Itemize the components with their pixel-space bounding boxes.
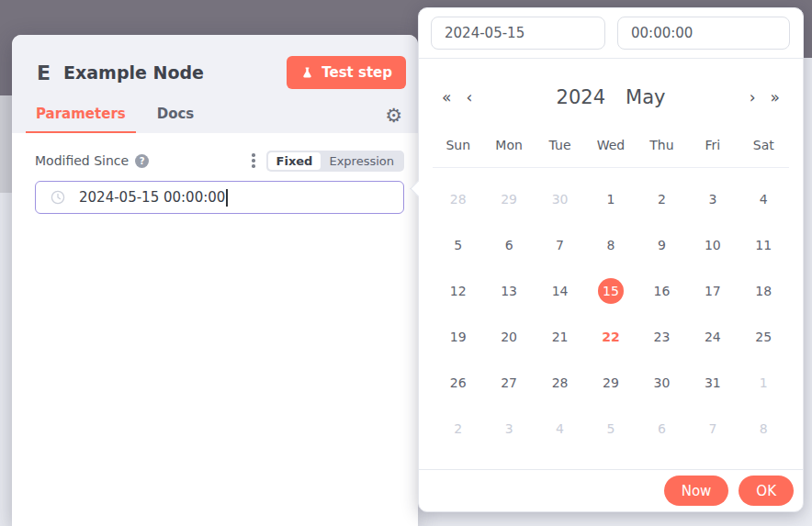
day-number: 2 — [445, 416, 471, 442]
month-label[interactable]: May — [626, 86, 665, 108]
day-cell[interactable]: 12 — [433, 268, 483, 314]
now-button[interactable]: Now — [664, 476, 729, 506]
node-panel-body: Modified Since ? Fixed Expression 2024-0… — [12, 133, 418, 214]
weekday-label: Tue — [535, 138, 585, 152]
day-number: 10 — [700, 232, 726, 258]
day-number: 15 — [598, 278, 624, 304]
day-number: 4 — [750, 186, 776, 212]
day-number: 30 — [648, 370, 674, 396]
prev-year-button[interactable]: « — [442, 88, 451, 106]
test-step-button[interactable]: Test step — [287, 56, 406, 89]
day-cell[interactable]: 6 — [637, 406, 687, 452]
day-cell[interactable]: 1 — [585, 176, 636, 222]
tab-parameters[interactable]: Parameters — [26, 106, 136, 133]
day-number: 8 — [750, 416, 776, 442]
test-step-label: Test step — [321, 64, 392, 81]
ok-button[interactable]: OK — [739, 476, 794, 506]
day-cell[interactable]: 31 — [687, 360, 738, 406]
day-number: 12 — [445, 278, 471, 304]
day-cell[interactable]: 22 — [585, 314, 636, 360]
day-number: 6 — [496, 232, 522, 258]
day-cell[interactable]: 19 — [433, 314, 483, 360]
day-cell[interactable]: 27 — [483, 360, 534, 406]
day-cell[interactable]: 24 — [687, 314, 738, 360]
day-number: 11 — [750, 232, 776, 258]
tab-docs[interactable]: Docs — [147, 106, 205, 133]
day-cell[interactable]: 8 — [739, 406, 789, 452]
day-cell[interactable]: 28 — [535, 360, 585, 406]
mode-expression-option[interactable]: Expression — [321, 152, 402, 170]
day-cell[interactable]: 6 — [483, 222, 534, 268]
day-number: 25 — [750, 324, 776, 350]
day-number: 17 — [700, 278, 726, 304]
help-icon[interactable]: ? — [135, 154, 149, 168]
canvas-left-band-light — [0, 95, 13, 193]
day-cell[interactable]: 3 — [483, 406, 534, 452]
day-cell[interactable]: 10 — [687, 222, 738, 268]
day-cell[interactable]: 28 — [433, 176, 483, 222]
day-cell[interactable]: 16 — [637, 268, 687, 314]
day-cell[interactable]: 20 — [483, 314, 534, 360]
picker-input-row — [419, 8, 803, 59]
mode-fixed-option[interactable]: Fixed — [268, 152, 321, 170]
day-number: 21 — [547, 324, 573, 350]
day-cell[interactable]: 1 — [739, 360, 789, 406]
clock-icon — [51, 190, 65, 205]
day-number: 29 — [598, 370, 624, 396]
kebab-menu-icon[interactable] — [248, 150, 266, 172]
day-cell[interactable]: 30 — [637, 360, 687, 406]
weekday-label: Thu — [637, 138, 687, 152]
datetime-input[interactable]: 2024-05-15 00:00:00 — [35, 181, 404, 214]
day-cell[interactable]: 26 — [433, 360, 483, 406]
day-number: 18 — [750, 278, 776, 304]
day-cell[interactable]: 23 — [637, 314, 687, 360]
day-number: 14 — [547, 278, 573, 304]
day-cell[interactable]: 29 — [483, 176, 534, 222]
picker-date-input[interactable] — [431, 17, 605, 50]
day-number: 1 — [598, 186, 624, 212]
day-number: 28 — [445, 186, 471, 212]
node-title: Example Node — [63, 62, 287, 83]
weekday-label: Wed — [585, 138, 636, 152]
day-cell[interactable]: 30 — [535, 176, 585, 222]
picker-footer: Now OK — [419, 469, 803, 511]
day-cell[interactable]: 3 — [687, 176, 738, 222]
day-number: 8 — [598, 232, 624, 258]
next-year-button[interactable]: » — [771, 88, 780, 106]
prev-month-button[interactable]: ‹ — [466, 88, 472, 106]
day-cell[interactable]: 11 — [739, 222, 789, 268]
day-cell[interactable]: 13 — [483, 268, 534, 314]
day-cell[interactable]: 21 — [535, 314, 585, 360]
day-cell[interactable]: 18 — [739, 268, 789, 314]
day-number: 1 — [750, 370, 776, 396]
weekday-row: SunMonTueWedThuFriSat — [433, 138, 789, 168]
day-number: 6 — [648, 416, 674, 442]
day-cell[interactable]: 2 — [433, 406, 483, 452]
day-number: 13 — [496, 278, 522, 304]
day-cell[interactable]: 5 — [585, 406, 636, 452]
day-cell[interactable]: 25 — [739, 314, 789, 360]
day-cell[interactable]: 9 — [637, 222, 687, 268]
day-cell[interactable]: 15 — [585, 268, 636, 314]
flask-icon — [300, 66, 314, 80]
day-number: 5 — [598, 416, 624, 442]
day-cell[interactable]: 8 — [585, 222, 636, 268]
day-cell[interactable]: 4 — [535, 406, 585, 452]
day-cell[interactable]: 17 — [687, 268, 738, 314]
day-cell[interactable]: 2 — [637, 176, 687, 222]
day-cell[interactable]: 14 — [535, 268, 585, 314]
day-cell[interactable]: 29 — [585, 360, 636, 406]
day-cell[interactable]: 4 — [739, 176, 789, 222]
datetime-input-value: 2024-05-15 00:00:00 — [79, 189, 225, 206]
weekday-label: Sat — [739, 138, 789, 152]
picker-time-input[interactable] — [617, 17, 790, 50]
year-label[interactable]: 2024 — [557, 86, 605, 108]
next-month-button[interactable]: › — [750, 88, 756, 106]
gear-icon[interactable]: ⚙ — [385, 106, 404, 133]
day-number: 27 — [496, 370, 522, 396]
day-cell[interactable]: 7 — [535, 222, 585, 268]
day-cell[interactable]: 7 — [687, 406, 738, 452]
day-number: 30 — [547, 186, 573, 212]
day-cell[interactable]: 5 — [433, 222, 483, 268]
weekday-label: Fri — [687, 138, 738, 152]
